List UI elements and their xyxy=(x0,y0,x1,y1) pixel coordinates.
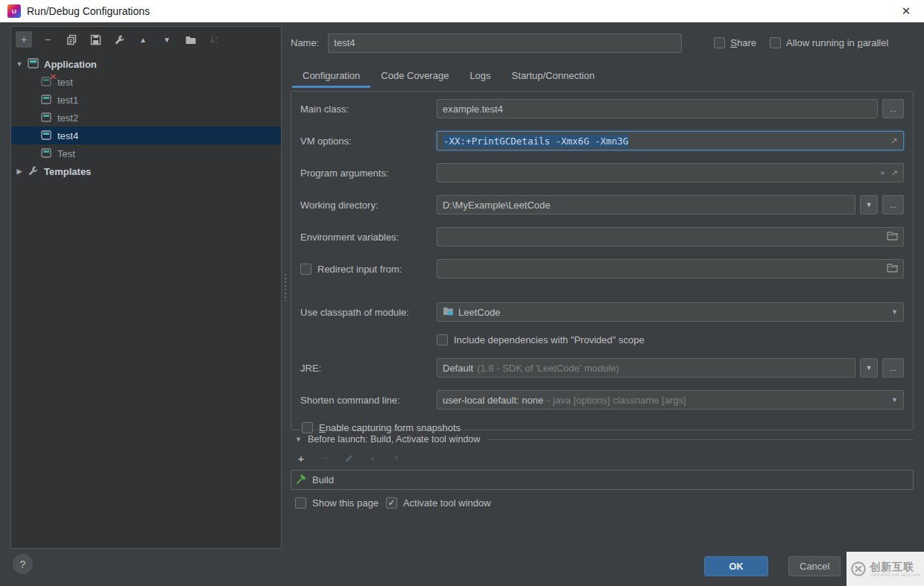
allow-parallel-checkbox[interactable] xyxy=(770,37,781,48)
before-launch-header[interactable]: ▼ Before launch: Build, Activate tool wi… xyxy=(291,434,914,445)
use-classpath-combo[interactable]: LeetCode ▼ xyxy=(437,302,904,322)
share-checkbox-row[interactable]: Share xyxy=(714,37,756,48)
before-launch-section: ▼ Before launch: Build, Activate tool wi… xyxy=(291,434,914,509)
working-directory-input[interactable]: D:\MyExample\LeetCode xyxy=(437,195,855,214)
jre-combo[interactable]: Default (1.8 - SDK of 'LeetCode' module) xyxy=(437,358,855,378)
copy-configuration-icon[interactable] xyxy=(63,31,80,48)
move-task-down-icon[interactable]: ▼ xyxy=(390,452,402,464)
vm-options-selected-text: -XX:+PrintGCDetails -Xmx6G -Xmn3G xyxy=(443,135,629,147)
show-this-page-checkbox[interactable] xyxy=(295,497,306,509)
include-provided-checkbox-row[interactable]: Include dependencies with "Provided" sco… xyxy=(437,334,645,345)
environment-variables-label: Environment variables: xyxy=(300,232,437,243)
sort-configurations-icon[interactable]: az xyxy=(206,31,223,48)
close-icon[interactable]: ✕ xyxy=(896,4,917,18)
tree-item-test2[interactable]: test2 xyxy=(11,109,281,127)
main-class-input[interactable]: example.test4 xyxy=(437,99,878,118)
tree-item-test4-selected[interactable]: test4 xyxy=(11,127,281,144)
vm-options-input[interactable]: -XX:+PrintGCDetails -Xmx6G -Xmn3G ↗ xyxy=(437,131,904,150)
create-folder-icon[interactable] xyxy=(183,31,199,48)
vm-options-row: VM options: -XX:+PrintGCDetails -Xmx6G -… xyxy=(300,131,904,150)
name-label: Name: xyxy=(291,37,319,48)
ok-button[interactable]: OK xyxy=(704,556,768,576)
activate-tool-window-checkbox-checked[interactable]: ✓ xyxy=(386,497,397,509)
include-provided-row: Include dependencies with "Provided" sco… xyxy=(300,334,904,345)
redirect-input-checkbox[interactable] xyxy=(300,264,311,275)
move-up-icon[interactable]: ▲ xyxy=(135,31,151,48)
include-provided-checkbox[interactable] xyxy=(437,334,448,345)
svg-text:a: a xyxy=(215,35,218,39)
move-down-icon[interactable]: ▼ xyxy=(159,31,175,48)
form-snapshots-label: Enable capturing form snapshots xyxy=(319,422,461,433)
working-directory-browse-button[interactable]: ... xyxy=(882,195,904,214)
jre-row: JRE: Default (1.8 - SDK of 'LeetCode' mo… xyxy=(300,358,904,378)
tab-configuration[interactable]: Configuration xyxy=(292,66,370,88)
edit-task-pencil-icon[interactable] xyxy=(343,452,355,464)
shorten-command-line-hint: - java [options] classname [args] xyxy=(547,395,686,406)
jre-hint: (1.8 - SDK of 'LeetCode' module) xyxy=(477,363,619,374)
folder-icon[interactable] xyxy=(887,232,898,243)
tree-item-label: test2 xyxy=(57,112,78,124)
tree-group-templates[interactable]: ▶ Templates xyxy=(11,162,281,180)
tab-startup-connection[interactable]: Startup/Connection xyxy=(501,66,605,88)
jre-value: Default xyxy=(443,363,473,374)
form-snapshots-checkbox-row[interactable]: Enable capturing form snapshots xyxy=(302,422,904,433)
watermark-brand: 创新互联 xyxy=(870,561,920,573)
main-class-browse-button[interactable]: ... xyxy=(882,99,904,118)
add-task-button[interactable]: + xyxy=(295,452,307,464)
tab-logs[interactable]: Logs xyxy=(459,66,501,88)
before-launch-task-list[interactable]: Build xyxy=(291,470,914,490)
remove-configuration-button[interactable]: − xyxy=(39,31,56,48)
program-arguments-input[interactable]: + ↗ xyxy=(437,163,904,182)
chevron-right-icon[interactable]: ▶ xyxy=(11,168,28,175)
tab-bar: Configuration Code Coverage Logs Startup… xyxy=(292,66,605,88)
intellij-logo-icon: IJ xyxy=(7,4,21,18)
program-arguments-row: Program arguments: + ↗ xyxy=(300,163,904,182)
help-button[interactable]: ? xyxy=(13,554,33,574)
remove-task-button[interactable]: − xyxy=(319,452,331,464)
tab-code-coverage[interactable]: Code Coverage xyxy=(370,66,459,88)
use-classpath-value: LeetCode xyxy=(458,307,500,318)
redirect-input-label: Redirect input from: xyxy=(317,264,402,275)
working-directory-value: D:\MyExample\LeetCode xyxy=(443,200,551,211)
tree-item-test[interactable]: ✕ test xyxy=(11,73,281,91)
move-task-up-icon[interactable]: ▲ xyxy=(367,452,379,464)
shorten-command-line-combo[interactable]: user-local default: none - java [options… xyxy=(437,390,904,410)
working-directory-row: Working directory: D:\MyExample\LeetCode… xyxy=(300,195,904,214)
activate-tool-window-checkbox-row[interactable]: ✓ Activate tool window xyxy=(386,497,491,509)
chevron-down-icon[interactable]: ▼ xyxy=(11,60,28,68)
jre-dropdown-icon[interactable]: ▼ xyxy=(860,358,878,378)
show-this-page-checkbox-row[interactable]: Show this page xyxy=(295,497,379,509)
tree-item-test1[interactable]: test1 xyxy=(11,91,281,109)
share-checkbox[interactable] xyxy=(714,37,725,48)
edit-templates-wrench-icon[interactable] xyxy=(111,31,127,48)
save-configuration-icon[interactable] xyxy=(87,31,104,48)
name-input[interactable]: test4 xyxy=(328,34,682,53)
activate-tool-window-label: Activate tool window xyxy=(403,497,491,509)
form-snapshots-checkbox[interactable] xyxy=(302,422,313,433)
main-class-row: Main class: example.test4 ... xyxy=(300,99,904,118)
build-hammer-icon xyxy=(296,474,307,487)
tree-group-label: Application xyxy=(44,59,97,70)
parallel-checkbox-row[interactable]: Allow running in parallel xyxy=(770,37,888,48)
expand-field-icon[interactable]: ↗ xyxy=(891,168,898,178)
expand-field-icon[interactable]: ↗ xyxy=(890,136,898,146)
tree-item-Test[interactable]: Test xyxy=(11,144,281,162)
run-debug-configurations-dialog: IJ Run/Debug Configurations ✕ + − ▲ ▼ az xyxy=(0,0,924,586)
redirect-input-checkbox-row[interactable]: Redirect input from: xyxy=(300,264,437,275)
working-directory-dropdown-icon[interactable]: ▼ xyxy=(860,195,878,214)
cancel-button[interactable]: Cancel xyxy=(788,556,841,576)
before-launch-options: Show this page ✓ Activate tool window xyxy=(295,497,914,509)
name-row: Name: test4 Share Allow running in paral… xyxy=(291,33,915,53)
environment-variables-row: Environment variables: xyxy=(300,227,904,246)
chevron-down-icon[interactable]: ▼ xyxy=(295,436,302,443)
shorten-command-line-row: Shorten command line: user-local default… xyxy=(300,390,904,410)
tree-group-application[interactable]: ▼ Application xyxy=(11,55,281,73)
plus-field-icon[interactable]: + xyxy=(880,168,885,177)
redirect-input-input[interactable] xyxy=(437,259,904,278)
shorten-command-line-label: Shorten command line: xyxy=(300,395,437,406)
environment-variables-input[interactable] xyxy=(437,227,904,246)
add-configuration-button[interactable]: + xyxy=(16,31,32,48)
folder-icon[interactable] xyxy=(887,264,898,275)
jre-browse-button[interactable]: ... xyxy=(882,358,904,378)
panel-splitter-handle[interactable] xyxy=(283,274,288,301)
